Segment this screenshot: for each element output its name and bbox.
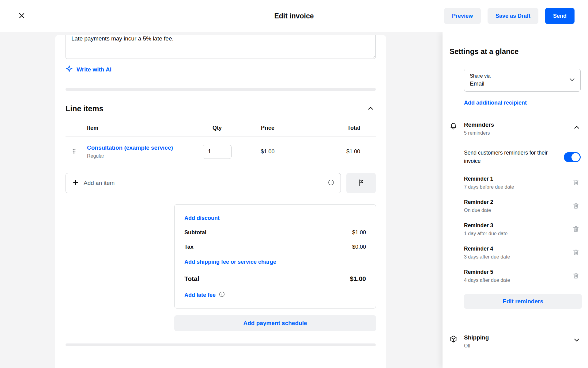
info-icon <box>328 179 334 187</box>
sidebar-divider <box>450 323 581 323</box>
add-late-fee-link[interactable]: Add late fee <box>184 291 225 299</box>
drag-handle-icon <box>71 148 77 156</box>
reminder-name: Reminder 2 <box>464 199 493 205</box>
add-item-input[interactable] <box>84 180 323 186</box>
toggle-knob <box>571 153 580 161</box>
save-as-draft-button[interactable]: Save as Draft <box>488 8 538 24</box>
total-value: $1.00 <box>350 275 366 282</box>
reminder-timing: On due date <box>464 208 493 213</box>
write-with-ai-button[interactable]: Write with AI <box>66 65 111 74</box>
package-icon <box>450 334 464 344</box>
reminders-count: 5 reminders <box>464 130 494 136</box>
preview-button[interactable]: Preview <box>444 8 481 24</box>
add-discount-link[interactable]: Add discount <box>184 215 220 221</box>
delete-reminder-button[interactable] <box>571 224 581 235</box>
add-item-row <box>66 173 376 193</box>
header-actions: Preview Save as Draft Send <box>444 8 575 24</box>
reminders-toggle[interactable] <box>564 152 581 162</box>
top-bar: Edit invoice Preview Save as Draft Send <box>0 0 588 32</box>
column-header-total: Total <box>298 125 376 131</box>
tax-row: Tax $0.00 <box>184 244 366 250</box>
edit-reminders-button[interactable]: Edit reminders <box>464 294 582 309</box>
line-item-variant: Regular <box>87 153 197 159</box>
trash-icon <box>572 205 579 210</box>
tax-value: $0.00 <box>352 244 366 250</box>
invoice-editor-card: Late payments may incur a 5% late fee. W… <box>55 35 386 368</box>
delete-reminder-button[interactable] <box>571 201 581 211</box>
line-item-name-link[interactable]: Consultation (example service) <box>87 144 173 151</box>
reminder-item: Reminder 3 1 day after due date <box>464 222 581 236</box>
invoice-summary-box: Add discount Subtotal $1.00 Tax $0.00 Ad… <box>174 204 376 309</box>
trash-icon <box>572 182 579 187</box>
ai-sparkle-icon <box>66 65 73 74</box>
reminder-timing: 7 days before due date <box>464 184 514 190</box>
section-divider-bottom <box>66 343 376 346</box>
reminder-item: Reminder 2 On due date <box>464 199 581 213</box>
drag-handle[interactable] <box>66 148 83 156</box>
reminder-timing: 1 day after due date <box>464 231 507 236</box>
reminder-item: Reminder 4 3 days after due date <box>464 246 581 260</box>
line-item-total: $1.00 <box>298 148 376 155</box>
add-additional-recipient-link[interactable]: Add additional recipient <box>464 100 527 106</box>
line-item-price: $1.00 <box>237 148 298 155</box>
quantity-input[interactable] <box>203 145 232 159</box>
item-library-button[interactable] <box>346 173 376 193</box>
add-shipping-fee-link[interactable]: Add shipping fee or service charge <box>184 259 276 265</box>
trash-icon <box>572 229 579 233</box>
trash-icon <box>572 252 579 257</box>
trash-icon <box>572 275 579 280</box>
chevron-up-icon <box>367 104 375 113</box>
shipping-section-header[interactable]: Shipping Off <box>450 334 581 349</box>
line-items-column-headers: Item Qty Price Total <box>66 125 376 136</box>
reminders-section-header[interactable]: Reminders 5 reminders <box>450 121 581 136</box>
invoice-message-input[interactable]: Late payments may incur a 5% late fee. <box>66 35 376 59</box>
shipping-title: Shipping <box>464 334 489 341</box>
bell-icon <box>450 121 464 131</box>
share-via-dropdown[interactable]: Share via Email <box>464 69 581 92</box>
add-item-field[interactable] <box>66 173 341 193</box>
reminder-name: Reminder 1 <box>464 176 514 182</box>
item-library-flag-icon <box>357 179 365 188</box>
column-header-qty: Qty <box>197 125 237 131</box>
sidebar-title: Settings at a glance <box>450 47 581 56</box>
subtotal-value: $1.00 <box>352 229 366 236</box>
line-items-header: Line items <box>66 103 376 114</box>
write-with-ai-label: Write with AI <box>77 66 111 73</box>
share-via-value: Email <box>470 80 575 87</box>
subtotal-label: Subtotal <box>184 229 206 236</box>
close-button[interactable] <box>15 9 29 23</box>
share-via-label: Share via <box>470 73 575 79</box>
column-header-price: Price <box>237 125 298 131</box>
delete-reminder-button[interactable] <box>571 178 581 188</box>
total-row: Total $1.00 <box>184 275 366 282</box>
column-header-item: Item <box>83 125 197 131</box>
reminder-name: Reminder 5 <box>464 269 510 275</box>
add-late-fee-label: Add late fee <box>184 292 216 298</box>
send-button[interactable]: Send <box>545 8 575 24</box>
reminder-name: Reminder 3 <box>464 222 507 229</box>
reminder-item: Reminder 1 7 days before due date <box>464 176 581 190</box>
chevron-up-icon <box>573 121 581 132</box>
reminders-title: Reminders <box>464 121 494 128</box>
add-payment-schedule-button[interactable]: Add payment schedule <box>174 315 376 331</box>
line-item-row: Consultation (example service) Regular $… <box>66 136 376 166</box>
settings-sidebar: Settings at a glance Share via Email Add… <box>443 32 588 368</box>
shipping-status: Off <box>464 343 489 349</box>
reminder-timing: 4 days after due date <box>464 278 510 283</box>
close-icon <box>18 12 25 20</box>
section-divider <box>66 88 376 91</box>
reminders-toggle-row: Send customers reminders for their invoi… <box>464 149 581 165</box>
info-icon <box>219 291 225 299</box>
delete-reminder-button[interactable] <box>571 271 581 281</box>
plus-icon <box>72 179 79 187</box>
reminders-toggle-label: Send customers reminders for their invoi… <box>464 149 562 165</box>
delete-reminder-button[interactable] <box>571 247 581 258</box>
chevron-down-icon <box>573 334 581 345</box>
line-items-title: Line items <box>66 104 104 113</box>
subtotal-row: Subtotal $1.00 <box>184 229 366 236</box>
tax-label: Tax <box>184 244 194 250</box>
reminder-name: Reminder 4 <box>464 246 510 252</box>
reminder-item: Reminder 5 4 days after due date <box>464 269 581 283</box>
chevron-down-icon <box>568 76 576 85</box>
collapse-line-items-button[interactable] <box>365 103 376 114</box>
